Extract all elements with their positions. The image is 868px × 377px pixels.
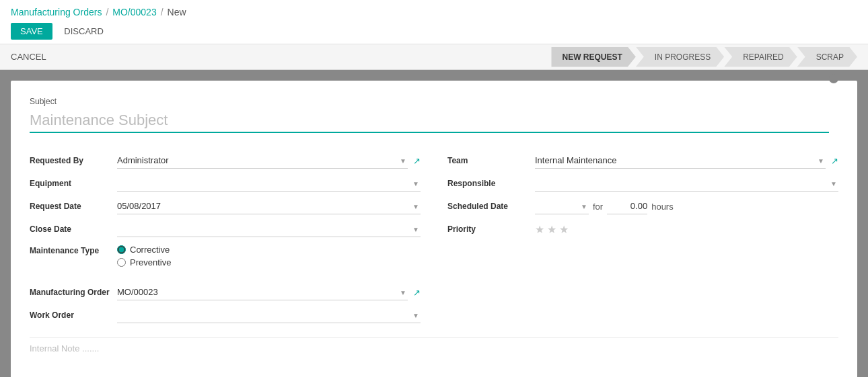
step-in-progress[interactable]: IN PROGRESS (636, 47, 724, 67)
team-row: Team Internal Maintenance ▼ ↗ (447, 149, 838, 172)
status-bar: CANCEL NEW REQUEST IN PROGRESS REPAIRED … (0, 44, 868, 70)
scheduled-date-row: Scheduled Date ▼ for hours (447, 195, 838, 218)
work-order-field: ▼ (117, 307, 421, 323)
manufacturing-order-select[interactable]: MO/00023 (117, 284, 408, 300)
cancel-button[interactable]: CANCEL (11, 52, 46, 62)
step-scrap[interactable]: SCRAP (797, 47, 857, 67)
team-field: Internal Maintenance ▼ ↗ (535, 153, 838, 169)
manufacturing-order-label: Manufacturing Order (30, 288, 117, 297)
responsible-field: ▼ (535, 175, 838, 192)
maintenance-type-label: Maintenance Type (30, 241, 117, 255)
save-button[interactable]: SAVE (11, 23, 52, 40)
requested-by-label: Requested By (30, 156, 117, 165)
subject-section: Subject (30, 97, 838, 149)
close-date-select[interactable] (117, 221, 421, 237)
manufacturing-order-external-link-icon[interactable]: ↗ (413, 288, 421, 298)
toolbar-buttons: SAVE DISCARD (11, 23, 857, 40)
breadcrumb-link-mo[interactable]: MO/00023 (112, 7, 156, 17)
status-steps: NEW REQUEST IN PROGRESS REPAIRED SCRAP (551, 47, 857, 67)
step-scrap-label: SCRAP (797, 47, 857, 67)
close-date-select-wrapper: ▼ (117, 221, 421, 237)
form-right-section: Team Internal Maintenance ▼ ↗ Responsibl… (447, 149, 838, 327)
radio-preventive-input[interactable] (117, 258, 126, 267)
breadcrumb-link-manufacturing-orders[interactable]: Manufacturing Orders (11, 7, 102, 17)
top-bar: Manufacturing Orders / MO/00023 / New SA… (0, 0, 868, 44)
request-date-field: 05/08/2017 ▼ (117, 198, 421, 214)
manufacturing-order-field: MO/00023 ▼ ↗ (117, 284, 421, 300)
scheduled-date-select[interactable] (535, 198, 589, 214)
manufacturing-order-row: Manufacturing Order MO/00023 ▼ ↗ (30, 281, 421, 304)
internal-note-input[interactable] (30, 343, 838, 377)
work-order-select-wrapper: ▼ (117, 307, 421, 323)
scheduled-date-field: ▼ for hours (535, 198, 838, 214)
responsible-label: Responsible (447, 179, 535, 188)
discard-button[interactable]: DISCARD (59, 23, 109, 40)
priority-field: ★ ★ ★ (535, 223, 838, 236)
maintenance-type-radio-group: Corrective Preventive (117, 241, 171, 271)
internal-note-section (30, 337, 838, 377)
radio-corrective[interactable]: Corrective (117, 245, 171, 255)
step-new-request[interactable]: NEW REQUEST (551, 47, 635, 67)
close-date-label: Close Date (30, 224, 117, 234)
request-date-select[interactable]: 05/08/2017 (117, 198, 421, 214)
hours-input[interactable] (607, 198, 647, 214)
request-date-select-wrapper: 05/08/2017 ▼ (117, 198, 421, 214)
requested-by-select-wrapper: Administrator ▼ (117, 153, 408, 169)
equipment-field: ▼ (117, 175, 421, 192)
priority-label: Priority (447, 224, 535, 234)
request-date-row: Request Date 05/08/2017 ▼ (30, 195, 421, 218)
responsible-row: Responsible ▼ (447, 172, 838, 195)
equipment-row: Equipment ▼ (30, 172, 421, 195)
priority-row: Priority ★ ★ ★ (447, 218, 838, 241)
responsible-select-wrapper: ▼ (535, 175, 838, 192)
equipment-label: Equipment (30, 179, 117, 188)
form-card: Subject Requested By Administrator (11, 81, 857, 377)
work-order-label: Work Order (30, 310, 117, 320)
request-date-label: Request Date (30, 202, 117, 211)
status-indicator-dot (829, 74, 838, 83)
equipment-select-wrapper: ▼ (117, 175, 421, 192)
maintenance-type-row: Maintenance Type Corrective Preventive (30, 241, 421, 281)
team-external-link-icon[interactable]: ↗ (831, 156, 838, 166)
equipment-select[interactable] (117, 175, 421, 192)
requested-by-external-link-icon[interactable]: ↗ (413, 156, 421, 166)
radio-preventive-label: Preventive (130, 257, 171, 267)
work-order-row: Work Order ▼ (30, 304, 421, 327)
team-label: Team (447, 156, 535, 165)
star-1[interactable]: ★ (535, 223, 544, 236)
close-date-field: ▼ (117, 221, 421, 237)
breadcrumb-current: New (168, 7, 186, 17)
subject-label: Subject (30, 97, 829, 106)
manufacturing-order-select-wrapper: MO/00023 ▼ (117, 284, 408, 300)
radio-preventive[interactable]: Preventive (117, 257, 171, 267)
star-rating: ★ ★ ★ (535, 223, 569, 236)
form-left-section: Requested By Administrator ▼ ↗ Equipment (30, 149, 421, 327)
main-content: Subject Requested By Administrator (0, 70, 868, 377)
star-3[interactable]: ★ (559, 223, 569, 236)
requested-by-row: Requested By Administrator ▼ ↗ (30, 149, 421, 172)
maintenance-type-field: Corrective Preventive (117, 241, 421, 271)
hours-label: hours (651, 202, 674, 212)
step-new-request-label: NEW REQUEST (551, 47, 635, 67)
team-select-wrapper: Internal Maintenance ▼ (535, 153, 826, 169)
close-date-row: Close Date ▼ (30, 218, 421, 241)
radio-corrective-input[interactable] (117, 245, 126, 254)
breadcrumb-sep2: / (161, 7, 164, 17)
scheduled-date-label: Scheduled Date (447, 202, 535, 211)
breadcrumb-sep1: / (106, 7, 108, 17)
subject-input[interactable] (30, 109, 829, 133)
step-in-progress-label: IN PROGRESS (636, 47, 724, 67)
requested-by-field: Administrator ▼ ↗ (117, 153, 421, 169)
star-2[interactable]: ★ (547, 223, 556, 236)
radio-corrective-label: Corrective (130, 245, 170, 255)
step-repaired-label: REPAIRED (724, 47, 797, 67)
breadcrumb: Manufacturing Orders / MO/00023 / New (11, 7, 857, 17)
work-order-select[interactable] (117, 307, 421, 323)
team-select[interactable]: Internal Maintenance (535, 153, 826, 169)
responsible-select[interactable] (535, 175, 838, 192)
requested-by-select[interactable]: Administrator (117, 153, 408, 169)
step-repaired[interactable]: REPAIRED (724, 47, 797, 67)
form-grid: Requested By Administrator ▼ ↗ Equipment (30, 149, 838, 327)
scheduled-date-for-label: for (593, 202, 603, 212)
